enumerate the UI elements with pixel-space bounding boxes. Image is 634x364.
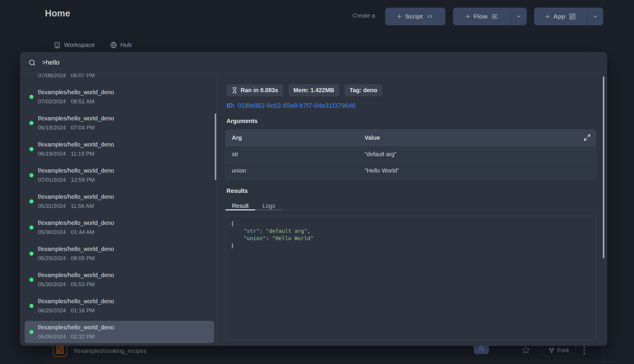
json-key: "union" xyxy=(244,235,266,241)
run-item-text: f/examples/hello_world_deno05/30/202401:… xyxy=(38,220,114,235)
memory-badge: Mem: 1.422MB xyxy=(289,84,339,96)
create-script-button[interactable]: + Script xyxy=(385,8,445,25)
json-comma: , xyxy=(307,228,311,234)
background-divider xyxy=(46,361,617,362)
run-item-text: f/examples/hello_world_deno05/29/202408:… xyxy=(38,246,114,262)
arguments-table-header: Arg Value xyxy=(226,130,596,146)
flow-button-label: Flow xyxy=(474,13,488,20)
run-list-item[interactable]: f/examples/hello_world_deno05/29/202408:… xyxy=(25,242,214,265)
chevron-down-icon xyxy=(516,14,521,19)
status-dot-icon xyxy=(29,278,33,282)
users-icon xyxy=(478,345,484,352)
star-icon[interactable] xyxy=(522,346,530,354)
status-dot-icon xyxy=(29,147,33,151)
run-item-date: 06/19/2024 xyxy=(38,124,66,131)
run-badges: Ran in 0.083s Mem: 1.422MB Tag: deno xyxy=(227,84,382,96)
run-item-datetime: 06/05/202402:32 PM xyxy=(38,333,114,340)
json-open-brace: { xyxy=(231,220,590,227)
flow-bars-icon xyxy=(491,13,498,20)
run-item-time: 12:59 PM xyxy=(71,177,95,183)
run-list-item[interactable]: f/examples/hello_world_deno05/31/202411:… xyxy=(25,190,214,213)
json-value: "Hello World" xyxy=(272,235,314,241)
detail-scrollbar[interactable] xyxy=(603,76,604,258)
fork-button-label: Fork xyxy=(557,347,569,354)
create-app-button[interactable]: + App xyxy=(534,8,587,25)
run-list-scrollbar[interactable] xyxy=(215,113,216,180)
run-list-item[interactable]: f/examples/hello_world_deno07/02/202408:… xyxy=(25,86,214,108)
run-item-date: 05/30/2024 xyxy=(38,281,66,288)
run-list-item[interactable]: f/examples/hello_world_deno05/30/202405:… xyxy=(25,269,214,291)
arg-column-header: Arg xyxy=(226,134,365,141)
argument-value-cell: "default arg" xyxy=(365,151,596,158)
run-item-time: 02:32 PM xyxy=(71,333,95,340)
status-dot-icon xyxy=(29,225,33,230)
run-item-time: 11:19 PM xyxy=(71,151,94,157)
flow-dropdown-button[interactable] xyxy=(511,8,527,25)
run-item-datetime: 05/30/202405:53 PM xyxy=(38,281,114,288)
argument-name-cell: str xyxy=(226,151,365,158)
run-item-date: 05/30/2024 xyxy=(38,229,66,235)
create-flow-button-group: + Flow xyxy=(453,8,527,25)
tab-hub[interactable]: Hub xyxy=(110,41,132,48)
status-dot-icon xyxy=(29,304,33,308)
expand-icon[interactable] xyxy=(583,134,591,141)
run-list-item[interactable]: f/examples/hello_world_deno06/19/202411:… xyxy=(25,138,214,160)
run-item-text: f/examples/hello_world_deno06/19/202411:… xyxy=(38,141,114,157)
run-item-text: f/examples/hello_world_deno06/05/202402:… xyxy=(38,324,114,340)
run-list-item[interactable]: f/examples/hello_world_deno06/20/202401:… xyxy=(25,295,214,317)
create-flow-button[interactable]: + Flow xyxy=(453,8,511,25)
plus-icon: + xyxy=(465,12,470,20)
argument-row: str"default arg" xyxy=(226,146,596,162)
run-item-path: f/examples/hello_world_deno xyxy=(38,115,114,122)
run-item-path: f/examples/hello_world_deno xyxy=(38,89,114,96)
tab-workspace[interactable]: Workspace xyxy=(54,41,95,48)
hourglass-icon xyxy=(232,87,238,93)
run-item-datetime: 07/01/202412:59 PM xyxy=(38,177,114,183)
kebab-menu-button[interactable] xyxy=(583,346,585,354)
tag-badge-label: Tag: deno xyxy=(350,87,377,94)
git-fork-icon xyxy=(549,347,555,353)
layout-grid-icon xyxy=(569,13,576,20)
run-item-path: f/examples/hello_world_deno xyxy=(38,324,114,331)
plus-icon: + xyxy=(397,12,402,20)
run-item-datetime: 05/31/202411:56 AM xyxy=(38,203,114,209)
tabs-baseline xyxy=(282,210,596,210)
run-item-date: 05/31/2024 xyxy=(38,203,66,209)
run-item-path: f/examples/hello_world_deno xyxy=(38,167,114,174)
run-list-item[interactable]: f/examples/hello_world_deno07/08/202406:… xyxy=(25,74,214,82)
logs-tab-underline xyxy=(255,209,282,210)
plus-icon: + xyxy=(545,12,550,20)
run-item-datetime: 07/02/202408:51 AM xyxy=(38,98,114,105)
fork-button[interactable]: Fork xyxy=(542,344,576,356)
status-dot-icon xyxy=(29,330,33,334)
script-button-label: Script xyxy=(405,13,423,20)
run-item-text: f/examples/hello_world_deno05/30/202405:… xyxy=(38,272,114,288)
create-app-button-group: + App xyxy=(534,8,603,25)
run-list[interactable]: f/examples/hello_world_deno07/08/202406:… xyxy=(20,74,217,346)
run-list-item[interactable]: f/examples/hello_world_deno05/30/202401:… xyxy=(25,216,214,239)
json-entry-line: "str": "default arg", xyxy=(231,227,590,235)
argument-value-cell: "Hello World" xyxy=(365,167,596,174)
status-dot-icon xyxy=(29,199,33,203)
globe-icon xyxy=(110,42,117,48)
json-colon: : xyxy=(266,235,272,241)
run-item-time: 08:05 PM xyxy=(71,255,95,262)
tag-badge: Tag: deno xyxy=(345,84,382,96)
run-item-date: 06/05/2024 xyxy=(38,333,66,340)
run-item-date: 07/02/2024 xyxy=(38,98,66,105)
app-dropdown-button[interactable] xyxy=(587,8,603,25)
search-input[interactable] xyxy=(42,59,598,66)
run-item-path: f/examples/hello_world_deno xyxy=(38,193,114,200)
status-dot-icon xyxy=(29,121,33,125)
run-list-item[interactable]: f/examples/hello_world_deno06/19/202407:… xyxy=(25,112,214,134)
run-item-path: f/examples/hello_world_deno xyxy=(38,246,114,252)
run-id-link[interactable]: 018fe862-8c62-65e8-b7f7-04e31f379646 xyxy=(238,102,355,109)
tab-hub-label: Hub xyxy=(120,41,132,48)
run-item-time: 01:16 PM xyxy=(71,307,95,314)
run-list-item[interactable]: f/examples/hello_world_deno06/05/202402:… xyxy=(25,321,214,343)
run-item-date: 06/20/2024 xyxy=(38,307,66,314)
run-list-item[interactable]: f/examples/hello_world_deno07/01/202412:… xyxy=(25,164,214,186)
app-item-path: f/examples/cooking_recipes xyxy=(74,348,147,354)
page-title: Home xyxy=(45,8,70,19)
run-item-path: f/examples/hello_world_deno xyxy=(38,298,114,305)
